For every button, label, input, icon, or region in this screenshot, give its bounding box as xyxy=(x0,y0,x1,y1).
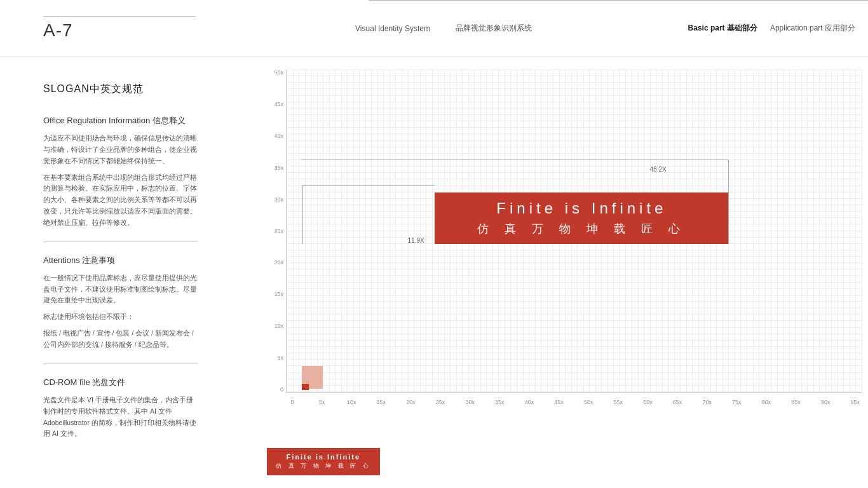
nav-brand-zh: 品牌视觉形象识别系统 xyxy=(456,23,532,34)
grid-subline-v xyxy=(432,70,433,392)
y-label-25: 25x xyxy=(267,229,286,234)
grid-subline-h xyxy=(287,327,862,328)
x-label-70: 70x xyxy=(701,399,714,405)
y-label-15: 15x xyxy=(267,292,286,297)
grid-subline-v xyxy=(323,70,323,392)
y-label-20: 20x xyxy=(267,260,286,266)
grid-subline-h xyxy=(287,372,862,373)
small-bar-red xyxy=(302,384,309,390)
grid-subline-h xyxy=(287,301,862,302)
slogan-zh-text: 仿 真 万 物 坤 载 匠 心 xyxy=(477,221,686,236)
grid-subline-h xyxy=(287,379,862,379)
logo-badge-en: Finite is Infinite xyxy=(286,453,360,461)
y-label-50: 50x xyxy=(267,70,286,76)
grid-subline-v xyxy=(317,70,318,392)
grid-subline-v xyxy=(383,70,384,392)
grid-subline-h xyxy=(287,359,862,360)
nav-application-part[interactable]: Application part 应用部分 xyxy=(770,23,855,34)
grid-subline-v xyxy=(414,70,414,392)
grid-subline-h xyxy=(287,334,862,334)
x-label-30: 30x xyxy=(464,399,477,405)
grid-subline-h xyxy=(287,69,862,70)
x-label-45: 45x xyxy=(553,399,566,405)
nav-vis-identity: Visual Identity System xyxy=(355,24,430,33)
x-label-25: 25x xyxy=(434,399,447,405)
grid-subline-v xyxy=(862,70,862,392)
marker-line-top xyxy=(302,186,435,186)
grid-subline-v xyxy=(395,70,396,392)
grid-subline-h xyxy=(287,250,862,250)
x-label-10: 10x xyxy=(345,399,358,405)
grid-subline-v xyxy=(305,70,306,392)
header-left: A-7 xyxy=(0,16,241,41)
x-axis: 0 5x 10x 15x 20x 25x 30x 35x 40x 45x 50x… xyxy=(286,393,862,412)
section-title: SLOGAN中英文规范 xyxy=(43,83,198,96)
grid-subline-v xyxy=(801,70,802,392)
grid-subline-v xyxy=(765,70,766,392)
grid-subline-v xyxy=(813,70,814,392)
header-right: Basic part 基础部分 Application part 应用部分 xyxy=(646,23,868,34)
grid-subline-v xyxy=(347,70,348,392)
header-center: Visual Identity System 品牌视觉形象识别系统 xyxy=(241,23,646,34)
x-label-20: 20x xyxy=(405,399,417,405)
grid-canvas: Finite is Infinite仿 真 万 物 坤 载 匠 心48.2X11… xyxy=(286,70,862,393)
grid-subline-h xyxy=(287,140,862,141)
grid-subline-h xyxy=(287,121,862,121)
grid-subline-v xyxy=(390,70,390,392)
grid-subline-h xyxy=(287,76,862,76)
grid-subline-v xyxy=(335,70,336,392)
grid-subline-v xyxy=(747,70,747,392)
grid-subline-h xyxy=(287,346,862,347)
grid-subline-v xyxy=(359,70,360,392)
page-number: A-7 xyxy=(43,20,241,41)
x-label-90: 90x xyxy=(819,399,832,405)
x-label-40: 40x xyxy=(523,399,536,405)
grid-subline-h xyxy=(287,172,862,173)
divider-1 xyxy=(43,241,198,242)
grid-subline-v xyxy=(402,70,402,392)
nav-basic-part[interactable]: Basic part 基础部分 xyxy=(688,23,757,34)
grid-subline-h xyxy=(287,295,862,295)
grid-subline-v xyxy=(831,70,832,392)
left-panel: SLOGAN中英文规范 Office Regulation Informatio… xyxy=(0,57,241,488)
grid-subline-v xyxy=(371,70,372,392)
grid-subline-h xyxy=(287,340,862,341)
grid-subline-v xyxy=(850,70,850,392)
attentions-text-1: 在一般情况下使用品牌标志，应尽量使用提供的光盘电子文件，不建议使用标准制图绘制标… xyxy=(43,273,198,307)
grid-subline-v xyxy=(408,70,409,392)
logo-badge-zh: 仿 真 万 物 坤 载 匠 心 xyxy=(276,462,371,470)
grid-subline-v xyxy=(420,70,421,392)
grid-subline-v xyxy=(329,70,330,392)
x-label-55: 55x xyxy=(612,399,625,405)
x-label-35: 35x xyxy=(493,399,506,405)
right-bound-line xyxy=(728,160,729,244)
grid-subline-h xyxy=(287,314,862,315)
dim-label-12x: 11.9X xyxy=(408,237,424,244)
header: A-7 Visual Identity System 品牌视觉形象识别系统 Ba… xyxy=(0,0,868,57)
grid-subline-v xyxy=(777,70,778,392)
subtitle-cdrom: CD-ROM file 光盘文件 xyxy=(43,377,198,388)
grid-subline-h xyxy=(287,391,862,392)
y-label-0: 0 xyxy=(267,387,286,393)
grid-subline-v xyxy=(377,70,378,392)
grid-subline-h xyxy=(287,275,862,276)
slogan-en-text: Finite is Infinite xyxy=(496,200,667,217)
bottom-logo: Finite is Infinite 仿 真 万 物 坤 载 匠 心 xyxy=(267,448,380,475)
cdrom-text-1: 光盘文件是本 VI 手册电子文件的集合，内含手册制作时的专用软件格式文件。其中 … xyxy=(43,395,198,440)
logo-badge: Finite is Infinite 仿 真 万 物 坤 载 匠 心 xyxy=(267,448,380,475)
grid-subline-h xyxy=(287,133,862,134)
grid-subline-v xyxy=(735,70,735,392)
y-label-10: 10x xyxy=(267,323,286,329)
attentions-text-2: 标志使用环境包括但不限于： xyxy=(43,311,198,323)
grid-subline-v xyxy=(855,70,856,392)
grid-subline-h xyxy=(287,385,862,386)
grid-subline-h xyxy=(287,320,862,321)
grid-subline-v xyxy=(759,70,759,392)
x-label-85: 85x xyxy=(790,399,803,405)
grid-subline-v xyxy=(795,70,796,392)
grid-subline-h xyxy=(287,95,862,96)
grid-subline-v xyxy=(837,70,838,392)
subtitle-attentions: Attentions 注意事项 xyxy=(43,255,198,266)
grid-subline-v xyxy=(789,70,790,392)
x-label-50: 50x xyxy=(582,399,595,405)
